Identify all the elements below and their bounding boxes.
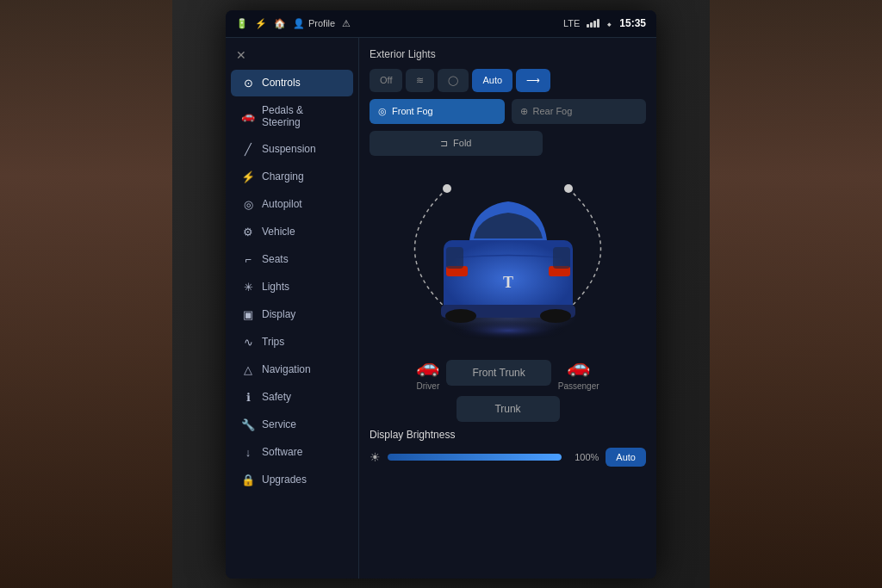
signal-bars [587,19,599,28]
sidebar-item-navigation[interactable]: △ Navigation [231,356,353,383]
sidebar-item-trips[interactable]: ∿ Trips [231,329,353,356]
rear-fog-button[interactable]: ⊕ Rear Fog [512,99,647,124]
lights-auto-button[interactable]: Auto [472,69,512,92]
fold-row: ⊐ Fold [370,131,646,156]
rear-fog-icon: ⊕ [520,106,528,117]
sidebar-item-lights[interactable]: ✳ Lights [231,274,353,300]
seats-label: Seats [262,253,289,265]
section-title: Exterior Lights [370,48,646,60]
brightness-title: Display Brightness [370,429,646,441]
suspension-icon: ╱ [241,143,255,156]
lightning-icon: ⚡ [255,18,267,29]
lights-icon: ✳ [241,281,255,294]
sidebar: ✕ ⊙ Controls 🚗 Pedals & Steering ╱ Suspe… [226,38,359,579]
close-button[interactable]: ✕ [226,45,358,69]
main-content: ✕ ⊙ Controls 🚗 Pedals & Steering ╱ Suspe… [226,38,656,579]
fold-button[interactable]: ⊐ Fold [370,131,543,156]
trunk-area: 🚗 Driver Front Trunk 🚗 Passenger [370,356,646,422]
signal-bar-4 [597,19,599,28]
trunk-label: Trunk [494,403,520,415]
sidebar-item-suspension[interactable]: ╱ Suspension [231,136,353,163]
front-fog-button[interactable]: ◎ Front Fog [370,99,505,124]
car-visualization: T [370,163,646,352]
front-fog-label: Front Fog [392,106,433,116]
sidebar-item-vehicle[interactable]: ⚙ Vehicle [231,219,353,245]
brightness-auto-button[interactable]: Auto [606,448,646,467]
charging-label: Charging [262,170,304,183]
light-mode-group: Off ≋ ◯ Auto ⟶ [370,69,646,92]
car-image: T [431,171,586,344]
service-icon: 🔧 [241,418,255,431]
home-icon: 🏠 [274,18,286,29]
driver-door-icon: 🚗 [416,356,439,378]
brightness-percentage: 100% [568,452,599,462]
safety-icon: ℹ [241,391,255,404]
sidebar-item-software[interactable]: ↓ Software [231,439,353,466]
pedals-label: Pedals & Steering [262,104,343,128]
status-bar: 🔋 ⚡ 🏠 👤 Profile ⚠ LTE ⬥ 15:35 [226,10,656,38]
sidebar-item-charging[interactable]: ⚡ Charging [231,164,353,190]
upgrades-label: Upgrades [262,473,307,486]
brightness-row: ☀ 100% Auto [370,448,646,467]
wood-trim-left [0,0,172,588]
clock: 15:35 [619,17,646,29]
autopilot-icon: ◎ [241,198,255,211]
pedals-icon: 🚗 [241,109,255,122]
lights-lowbeam-icon: ◯ [448,75,458,86]
controls-label: Controls [262,77,301,89]
svg-rect-12 [446,247,463,269]
passenger-door-icon: 🚗 [567,356,590,378]
brightness-icon: ☀ [370,450,381,464]
navigation-icon: △ [241,363,255,376]
bluetooth-icon: ⬥ [606,18,612,28]
passenger-side: 🚗 Passenger [558,356,599,391]
lights-off-button[interactable]: Off [370,69,402,92]
driver-side: 🚗 Driver [416,356,439,391]
driver-label: Driver [417,381,440,391]
profile-label: Profile [308,18,335,28]
front-trunk-button[interactable]: Front Trunk [446,360,550,386]
svg-point-4 [448,320,568,341]
sidebar-item-seats[interactable]: ⌐ Seats [231,246,353,273]
status-right-icons: LTE ⬥ 15:35 [563,17,646,29]
trunk-second-row: Trunk [370,396,646,422]
svg-text:T: T [502,274,512,291]
charging-icon: ⚡ [241,170,255,183]
sidebar-item-controls[interactable]: ⊙ Controls [231,70,353,96]
profile-icon: 👤 [293,18,305,29]
signal-bar-1 [587,24,589,28]
brightness-bar[interactable] [388,454,562,461]
svg-rect-13 [553,247,570,269]
service-label: Service [262,418,296,430]
controls-icon: ⊙ [241,77,255,90]
sidebar-item-autopilot[interactable]: ◎ Autopilot [231,191,353,218]
passenger-label: Passenger [558,381,599,391]
svg-point-10 [445,309,476,323]
tesla-screen: 🔋 ⚡ 🏠 👤 Profile ⚠ LTE ⬥ 15:35 [226,10,656,579]
sidebar-item-display[interactable]: ▣ Display [231,301,353,328]
software-label: Software [262,446,302,458]
vehicle-icon: ⚙ [241,226,255,238]
lights-highbeam-button[interactable]: ⟶ [516,69,550,92]
lights-lowbeam-button[interactable]: ◯ [438,69,469,92]
lights-parking-button[interactable]: ≋ [406,69,434,92]
sidebar-item-upgrades[interactable]: 🔒 Upgrades [231,467,353,493]
brightness-auto-label: Auto [616,452,636,462]
status-left-icons: 🔋 ⚡ 🏠 👤 Profile ⚠ [236,18,351,29]
sidebar-item-safety[interactable]: ℹ Safety [231,384,353,411]
trunk-main-row: 🚗 Driver Front Trunk 🚗 Passenger [370,356,646,391]
lights-label: Lights [262,281,289,293]
svg-point-11 [540,309,571,323]
brightness-section: Display Brightness ☀ 100% Auto [370,429,646,467]
alert-icon: ⚠ [342,18,351,29]
profile-button[interactable]: 👤 Profile [293,18,335,29]
signal-bar-2 [590,22,593,28]
display-icon: ▣ [241,308,255,321]
trunk-button[interactable]: Trunk [457,396,560,422]
brightness-fill [388,454,562,461]
battery-icon: 🔋 [236,18,248,29]
sidebar-item-pedals[interactable]: 🚗 Pedals & Steering [231,97,353,135]
outer-frame: 🔋 ⚡ 🏠 👤 Profile ⚠ LTE ⬥ 15:35 [0,0,882,588]
sidebar-item-service[interactable]: 🔧 Service [231,412,353,438]
trips-label: Trips [262,336,284,348]
